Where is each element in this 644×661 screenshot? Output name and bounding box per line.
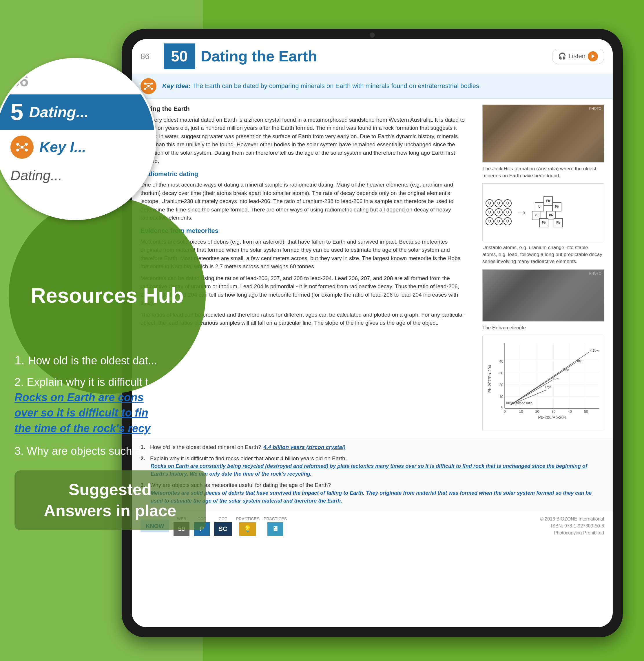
section-dating-heading: Dating the Earth [140, 104, 468, 114]
svg-line-54 [511, 352, 589, 405]
practices1-badge-icon: 💡 [239, 522, 256, 536]
svg-text:1byr: 1byr [545, 385, 551, 389]
top-bar: 86 50 Dating the Earth 🎧 Listen [132, 39, 613, 74]
left-answer-item-2: 2. Explain why it is difficult t Rocks o… [15, 375, 206, 436]
svg-text:0: 0 [501, 405, 503, 409]
section-dating-body: The very oldest material dated on Earth … [140, 116, 468, 165]
svg-text:50: 50 [584, 409, 588, 414]
svg-text:30: 30 [500, 371, 504, 375]
q1-answer: 4.4 billion years (zircon crystal) [263, 444, 345, 451]
rock-image-caption: The Jack Hills formation (Australia) whe… [482, 165, 604, 179]
left-answer-a2-line1: Rocks on Earth are cons [15, 390, 206, 405]
zoom-key-row: Key I... [10, 136, 140, 159]
zoom-dating-label: Dating... [10, 167, 140, 183]
atom-pb2: U [535, 202, 544, 211]
left-answer-item-1: 1. How old is the oldest dat... [15, 353, 206, 367]
left-answer-q3: 3. Why are objects such as met [15, 444, 206, 459]
atom-pb7: Pb [554, 218, 563, 228]
svg-text:Pb-207/Pb-204: Pb-207/Pb-204 [487, 365, 492, 393]
isotope-graph: Pb-207/Pb-204 Pb-206/Pb-204 0 10 20 30 [487, 340, 599, 423]
play-button[interactable] [588, 51, 598, 62]
suggested-answers-box: SuggestedAnswers in place [15, 470, 206, 530]
atom-u6: U [504, 208, 512, 216]
zoom-chapter-row: 5 Dating... [0, 94, 155, 130]
svg-text:20: 20 [500, 383, 504, 387]
chapter-number-box: 50 [164, 44, 195, 69]
svg-text:4.5byr: 4.5byr [590, 349, 599, 352]
molecule-icon [15, 140, 29, 155]
left-answer-q2: 2. Explain why it is difficult t [15, 375, 206, 390]
play-icon [591, 54, 595, 58]
zoom-key-icon [10, 136, 33, 159]
atom-diagram: U U Ü U U U U U Ü → [482, 183, 604, 241]
listen-label: Listen [568, 52, 585, 61]
atom-u1: U [485, 199, 493, 207]
atom-u3: Ü [504, 199, 512, 207]
svg-text:40: 40 [500, 359, 504, 363]
graph-container: Pb-207/Pb-204 Pb-206/Pb-204 0 10 20 30 [482, 336, 604, 430]
ccc2-badge-val: SC [214, 522, 232, 536]
practices2-badge[interactable]: PRACTICES 🖥 [263, 516, 287, 536]
atom-pb3: Pb [552, 202, 561, 211]
key-idea-bar: Key Idea: The Earth can be dated by comp… [132, 74, 613, 99]
svg-marker-9 [592, 54, 595, 58]
svg-line-6 [22, 144, 26, 147]
meteorite-caption: The Hoba meteorite [482, 325, 604, 331]
svg-text:10: 10 [500, 395, 504, 399]
svg-text:20: 20 [535, 409, 539, 414]
suggested-answers-label: SuggestedAnswers in place [26, 479, 194, 521]
key-idea-bold-label: Key Idea: [162, 82, 191, 90]
svg-text:Initial isotope ratio: Initial isotope ratio [506, 401, 532, 404]
copyright-content: © 2016 BIOZONE International ISBN: 978-1… [540, 517, 604, 535]
svg-text:30: 30 [552, 409, 556, 414]
zoom-chapter-title: Dating... [29, 103, 89, 121]
svg-line-7 [18, 147, 22, 150]
tablet-camera [370, 32, 375, 38]
rock-image: PHOTO [482, 104, 604, 163]
resources-hub-label: Resources Hub [31, 283, 184, 308]
ccc2-badge-label: CCC [218, 516, 227, 522]
left-answers-overlay: 1. How old is the oldest dat... 2. Expla… [9, 348, 211, 536]
svg-line-5 [18, 144, 22, 147]
svg-line-8 [22, 147, 26, 150]
svg-text:4byr: 4byr [576, 359, 582, 362]
ccc2-badge[interactable]: CCC SC [214, 516, 232, 536]
section-radiometric-heading: Radiometric dating [140, 170, 468, 179]
practices1-badge-label: PRACTICES [236, 516, 259, 522]
left-answer-q1: How old is the oldest dat... [28, 355, 157, 367]
copyright-text: © 2016 BIOZONE International ISBN: 978-1… [540, 516, 604, 537]
atom-u4: U [485, 208, 493, 216]
right-column: PHOTO The Jack Hills formation (Australi… [482, 104, 604, 433]
atom-u5: U [495, 208, 503, 216]
svg-text:10: 10 [519, 409, 523, 414]
practices1-badge[interactable]: PRACTICES 💡 [236, 516, 259, 536]
zoom-chapter-number: 5 [10, 99, 23, 125]
key-idea-description: The Earth can be dated by comparing mine… [192, 82, 481, 90]
practices2-badge-icon: 🖥 [268, 522, 283, 536]
left-answer-a2-line2: over so it is difficult to fin [15, 405, 206, 421]
zoom-page-number: 86 [10, 71, 140, 90]
atom-u7: U [485, 217, 493, 226]
meteorite-image: PHOTO [482, 269, 604, 322]
atom-u8: U [495, 217, 503, 226]
practices2-badge-label: PRACTICES [263, 516, 287, 522]
left-answer-num-1: 1. [15, 353, 28, 367]
svg-text:3byr: 3byr [563, 368, 569, 371]
atom-diagram-caption: Unstable atoms, e.g. uranium change into… [482, 244, 604, 265]
left-answer-item-3: 3. Why are objects such as met [15, 444, 206, 459]
left-answer-a2-line3: the time of the rock's recy [15, 421, 206, 436]
svg-text:0: 0 [504, 409, 506, 414]
atom-pb1: Pb [544, 196, 553, 206]
listen-button[interactable]: 🎧 Listen [552, 49, 604, 64]
zoom-key-label: Key I... [39, 139, 86, 156]
atom-u9: Ü [504, 217, 512, 226]
atom-u2: U [495, 199, 503, 207]
uranium-atoms: U U Ü U U U U U Ü [485, 199, 512, 226]
svg-text:40: 40 [568, 409, 572, 414]
decay-arrow: → [516, 204, 528, 220]
headphone-icon: 🎧 [558, 52, 566, 61]
zoom-circle-preview: 86 5 Dating... [0, 58, 157, 220]
atom-pb6: Pb [539, 218, 548, 228]
chapter-title: Dating the Earth [201, 46, 546, 67]
lead-atoms: Pb U Pb Pb Pb Pb Pb [532, 196, 564, 228]
